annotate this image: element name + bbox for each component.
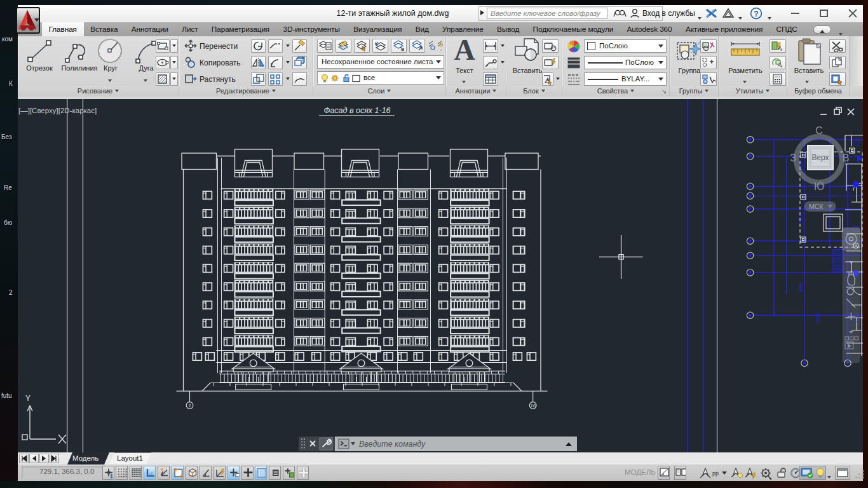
svg-text:6000: 6000 [799,282,803,292]
svg-text:МСК: МСК [809,203,824,210]
svg-text:В: В [843,152,850,163]
svg-text:Введите команду: Введите команду [359,440,426,449]
svg-text:5050: 5050 [799,214,803,224]
svg-text:1: 1 [188,403,191,409]
svg-text:16: 16 [531,403,536,409]
svg-text:Верх: Верх [811,153,829,162]
svg-text:9050: 9050 [816,313,820,323]
svg-text:Y: Y [25,394,31,403]
svg-text:Ю: Ю [814,181,824,192]
svg-text:С: С [815,125,823,136]
svg-text:?: ? [754,10,758,18]
svg-text:pp: pp [712,470,719,477]
svg-text:Фасад в осях 1-16: Фасад в осях 1-16 [323,106,390,115]
svg-text:З: З [790,152,796,163]
svg-text:[—][Сверху][2D-каркас]: [—][Сверху][2D-каркас] [18,107,97,114]
